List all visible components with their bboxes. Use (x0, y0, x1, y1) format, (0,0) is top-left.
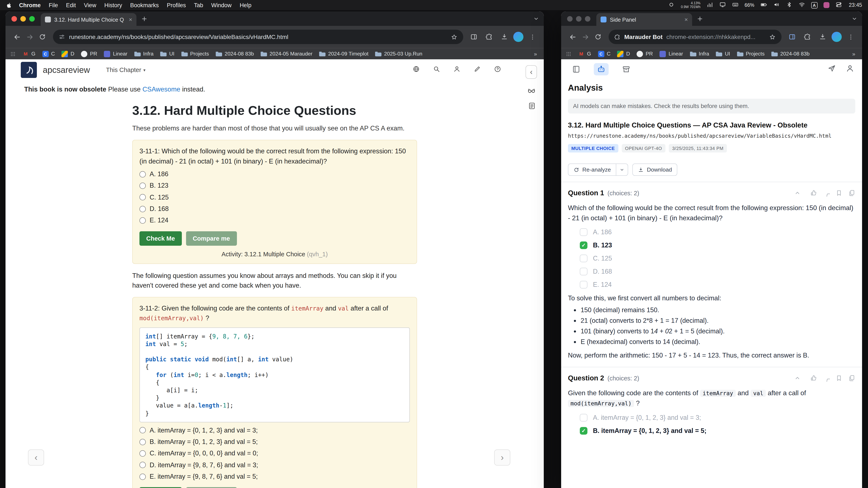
menubar-app-icon[interactable] (823, 2, 829, 8)
send-icon[interactable] (827, 64, 836, 74)
bookmark-item[interactable]: Linear (657, 50, 686, 58)
collapse-panel-button[interactable]: ‹ (526, 65, 537, 79)
tab-search-icon[interactable] (533, 15, 539, 22)
answer-option[interactable]: A. 186 (140, 170, 410, 178)
reload-button[interactable] (592, 31, 604, 43)
radio-button[interactable] (140, 183, 146, 189)
checkbox[interactable] (580, 268, 587, 275)
radio-button[interactable] (140, 194, 146, 201)
choice-row[interactable]: C. 125 (580, 255, 855, 262)
bookmark-item[interactable]: Projects (178, 50, 212, 58)
next-page-button[interactable]: › (494, 450, 510, 465)
bookmark-item[interactable]: 2025-03 Up.Run (372, 50, 426, 58)
answer-option[interactable]: D. itemArray = {9, 8, 7, 6} and val = 3; (140, 461, 410, 469)
back-button[interactable] (566, 31, 579, 43)
user-icon[interactable] (453, 65, 461, 74)
choice-row[interactable]: E. 124 (580, 281, 855, 289)
new-tab-button[interactable] (141, 15, 148, 22)
zoom-window-button[interactable] (585, 16, 590, 22)
menu-item[interactable]: Tab (194, 2, 203, 8)
journal-tab-icon[interactable] (569, 63, 584, 75)
checkbox[interactable] (580, 229, 587, 236)
bookmark-item[interactable]: Infra (687, 50, 712, 58)
apps-grid-icon[interactable] (10, 51, 16, 57)
menu-item[interactable]: Window (211, 2, 231, 8)
close-window-button[interactable] (11, 16, 17, 22)
url-text[interactable]: chrome-extension://nhkkakenpd... (666, 33, 765, 40)
bookmarks-overflow-icon[interactable]: » (850, 51, 858, 57)
thumbs-up-icon[interactable] (810, 375, 817, 382)
menu-item[interactable]: Bookmarks (130, 2, 159, 8)
radio-button[interactable] (140, 438, 146, 445)
bookmark-item[interactable]: D (614, 50, 633, 58)
forward-button[interactable] (23, 31, 36, 43)
address-bar[interactable]: Marauder Bot chrome-extension://nhkkaken… (609, 30, 781, 44)
copy-icon[interactable] (848, 375, 855, 382)
bookmark-item[interactable]: Linear (101, 50, 130, 58)
bookmark-star-icon[interactable] (451, 33, 458, 40)
forward-button[interactable] (579, 31, 592, 43)
menubar-clock[interactable]: 23:45 (849, 2, 862, 8)
site-info-icon[interactable] (59, 33, 65, 40)
downloads-icon[interactable] (498, 31, 511, 43)
chapter-menu[interactable]: This Chapter▾ (106, 66, 145, 73)
tab-close-icon[interactable]: × (684, 17, 688, 23)
compare-me-button[interactable]: Compare me (186, 231, 237, 246)
search-icon[interactable] (433, 65, 440, 74)
answer-option[interactable]: A. itemArray = {0, 1, 2, 3} and val = 3; (140, 426, 410, 434)
menu-item[interactable]: Help (240, 2, 252, 8)
reload-button[interactable] (36, 31, 49, 43)
url-text[interactable]: runestone.academy/ns/books/published/apc… (69, 33, 447, 40)
checkbox[interactable] (580, 255, 587, 262)
radio-button[interactable] (140, 474, 146, 480)
reanalyze-button[interactable]: Re-analyze (568, 164, 616, 176)
checkbox[interactable] (580, 427, 587, 435)
bookmark-item[interactable]: PR (78, 50, 100, 58)
menu-item[interactable]: History (104, 2, 122, 8)
analysis-robot-tab-icon[interactable] (594, 63, 609, 75)
reanalyze-dropdown-button[interactable] (616, 164, 628, 176)
radio-button[interactable] (140, 450, 146, 457)
checkbox[interactable] (580, 414, 587, 422)
bookmarks-overflow-icon[interactable]: » (531, 51, 539, 57)
thumbs-up-icon[interactable] (810, 189, 817, 197)
battery-icon[interactable] (760, 1, 767, 9)
site-logo[interactable] (21, 62, 37, 78)
browser-tab[interactable]: 3.12. Hard Multiple Choice Q × (41, 13, 136, 26)
thumbs-down-icon[interactable] (823, 375, 830, 382)
zoom-window-button[interactable] (29, 16, 35, 22)
bookmark-item[interactable]: UI (157, 50, 178, 58)
bookmark-item[interactable]: G (575, 50, 594, 58)
choice-row[interactable]: A. 186 (580, 229, 855, 236)
answer-option[interactable]: E. itemArray = {9, 8, 7, 6} and val = 5; (140, 473, 410, 481)
bookmark-star-icon[interactable] (769, 33, 776, 40)
menu-item[interactable]: View (84, 2, 96, 8)
choice-row[interactable]: A. itemArray = {0, 1, 2, 3} and val = 3; (580, 414, 855, 422)
menu-item[interactable]: Chrome (19, 2, 41, 8)
choice-row[interactable]: D. 168 (580, 268, 855, 275)
radio-button[interactable] (140, 217, 146, 224)
scratchpad-icon[interactable] (528, 102, 536, 110)
bookmark-item[interactable]: Projects (734, 50, 768, 58)
minimize-window-button[interactable] (20, 16, 26, 22)
globe-icon[interactable] (412, 65, 420, 74)
apps-grid-icon[interactable] (565, 51, 572, 57)
side-panel-icon[interactable] (467, 31, 480, 43)
bookmark-item[interactable]: Infra (131, 50, 156, 58)
answer-option[interactable]: B. itemArray = {0, 1, 2, 3} and val = 5; (140, 438, 410, 446)
menu-item[interactable]: Edit (66, 2, 76, 8)
thumbs-down-icon[interactable] (823, 189, 830, 197)
menu-item[interactable]: File (49, 2, 58, 8)
answer-option[interactable]: B. 123 (140, 182, 410, 190)
choice-row[interactable]: B. itemArray = {0, 1, 2, 3} and val = 5; (580, 427, 855, 435)
radio-button[interactable] (140, 427, 146, 433)
profile-avatar[interactable] (832, 32, 842, 42)
archive-tab-icon[interactable] (619, 63, 633, 75)
record-status-icon[interactable] (668, 1, 675, 9)
prev-page-button[interactable]: ‹ (28, 450, 44, 465)
extensions-puzzle-icon[interactable] (483, 31, 495, 43)
side-panel-icon[interactable] (786, 31, 799, 43)
bookmark-item[interactable]: 2024-09 Timeplot (316, 50, 371, 58)
csawesome-link[interactable]: CSAwesome (143, 86, 180, 93)
bookmark-item[interactable]: G (20, 50, 38, 58)
